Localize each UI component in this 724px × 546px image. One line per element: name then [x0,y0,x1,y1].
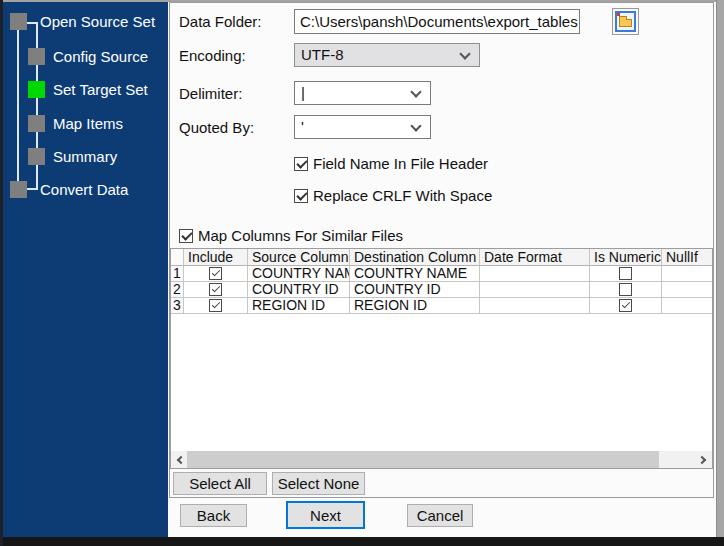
include-cell[interactable] [184,266,248,282]
col-header-destination[interactable]: Destination Column [350,249,480,266]
map-columns-checkbox[interactable]: Map Columns For Similar Files [179,227,403,244]
map-columns-label: Map Columns For Similar Files [198,227,403,244]
chevron-left-icon [177,455,185,463]
include-cell[interactable] [184,282,248,298]
encoding-value: UTF-8 [301,46,344,63]
col-header-nullif[interactable]: NullIf [662,249,712,266]
scroll-left-button[interactable] [171,451,188,468]
quoted-by-label: Quoted By: [179,116,254,140]
sidebar-step-summary: Summary [53,148,117,165]
next-button[interactable]: Next [286,501,365,529]
table-row: 2 COUNTRY ID COUNTRY ID [171,282,712,298]
source-column-cell[interactable]: REGION ID [248,298,350,314]
step-marker-set-target-set [28,81,45,98]
date-format-cell[interactable] [480,298,590,314]
nullif-cell[interactable] [662,298,712,314]
encoding-label: Encoding: [179,44,246,68]
cancel-button[interactable]: Cancel [407,504,473,527]
row-number: 3 [171,298,184,314]
back-button[interactable]: Back [180,504,247,527]
is-numeric-cell[interactable] [590,266,662,282]
sidebar-step-map-items: Map Items [53,115,123,132]
quoted-by-dropdown[interactable]: ' [294,115,431,139]
horizontal-scrollbar[interactable] [171,451,712,468]
nullif-cell[interactable] [662,266,712,282]
sidebar-step-set-target-set: Set Target Set [53,81,148,98]
step-marker-summary [28,148,45,165]
checkbox-icon [209,299,222,312]
step-marker-convert-data [10,181,27,198]
col-header-source[interactable]: Source Column [248,249,350,266]
window-border-bottom [0,537,724,546]
window-border-right [716,0,724,537]
encoding-dropdown[interactable]: UTF-8 [294,43,480,67]
checkbox-icon [619,299,632,312]
checkbox-icon [294,157,308,171]
destination-column-cell[interactable]: COUNTRY ID [350,282,480,298]
checkbox-icon [179,229,193,243]
delimiter-dropdown[interactable]: | [294,81,431,105]
column-mapping-table: Include Source Column Destination Column… [170,248,713,469]
delimiter-label: Delimiter: [179,82,242,106]
chevron-down-icon [459,48,470,59]
field-name-in-header-label: Field Name In File Header [313,155,488,172]
row-number-header [171,249,184,266]
chevron-right-icon [698,455,706,463]
col-header-include[interactable]: Include [184,249,248,266]
scrollbar-thumb[interactable] [187,451,659,468]
step-marker-open-source-set [10,13,27,30]
checkbox-icon [209,283,222,296]
checkbox-icon [294,189,308,203]
table-header-row: Include Source Column Destination Column… [171,249,712,266]
source-column-cell[interactable]: COUNTRY ID [248,282,350,298]
sidebar-step-open-source-set: Open Source Set [40,13,155,30]
settings-frame: Data Folder: C:\Users\pansh\Documents\ex… [169,2,714,498]
replace-crlf-label: Replace CRLF With Space [313,187,492,204]
destination-column-cell[interactable]: REGION ID [350,298,480,314]
col-header-is-numeric[interactable]: Is Numeric [590,249,662,266]
date-format-cell[interactable] [480,282,590,298]
scroll-right-button[interactable] [695,451,712,468]
checkbox-icon [619,267,632,280]
include-cell[interactable] [184,298,248,314]
sidebar-step-convert-data: Convert Data [40,181,128,198]
row-number: 2 [171,282,184,298]
is-numeric-cell[interactable] [590,282,662,298]
step-marker-map-items [28,115,45,132]
wizard-window: Open Source Set Config Source Set Target… [0,0,724,546]
table-row: 3 REGION ID REGION ID [171,298,712,314]
row-number: 1 [171,266,184,282]
date-format-cell[interactable] [480,266,590,282]
step-connector-line [27,188,37,190]
step-connector-line [17,30,19,182]
nullif-cell[interactable] [662,282,712,298]
is-numeric-cell[interactable] [590,298,662,314]
select-all-button[interactable]: Select All [173,472,267,495]
browse-folder-button[interactable] [612,8,639,35]
wizard-steps-sidebar: Open Source Set Config Source Set Target… [3,2,168,537]
select-none-button[interactable]: Select None [272,472,365,495]
delimiter-value: | [301,84,305,101]
step-connector-line [27,22,37,24]
chevron-down-icon [410,120,421,131]
folder-icon [615,11,636,32]
destination-column-cell[interactable]: COUNTRY NAME [350,266,480,282]
table-row: 1 COUNTRY NAME COUNTRY NAME [171,266,712,282]
replace-crlf-checkbox[interactable]: Replace CRLF With Space [294,187,492,204]
main-panel: Data Folder: C:\Users\pansh\Documents\ex… [168,2,716,537]
field-name-in-header-checkbox[interactable]: Field Name In File Header [294,155,488,172]
source-column-cell[interactable]: COUNTRY NAME [248,266,350,282]
quoted-by-value: ' [301,118,304,135]
col-header-date-format[interactable]: Date Format [480,249,590,266]
checkbox-icon [619,283,632,296]
data-folder-input[interactable]: C:\Users\pansh\Documents\export_tables [294,9,580,34]
checkbox-icon [209,267,222,280]
data-folder-label: Data Folder: [179,10,262,34]
sidebar-step-config-source: Config Source [53,48,148,65]
step-marker-config-source [28,48,45,65]
chevron-down-icon [410,86,421,97]
